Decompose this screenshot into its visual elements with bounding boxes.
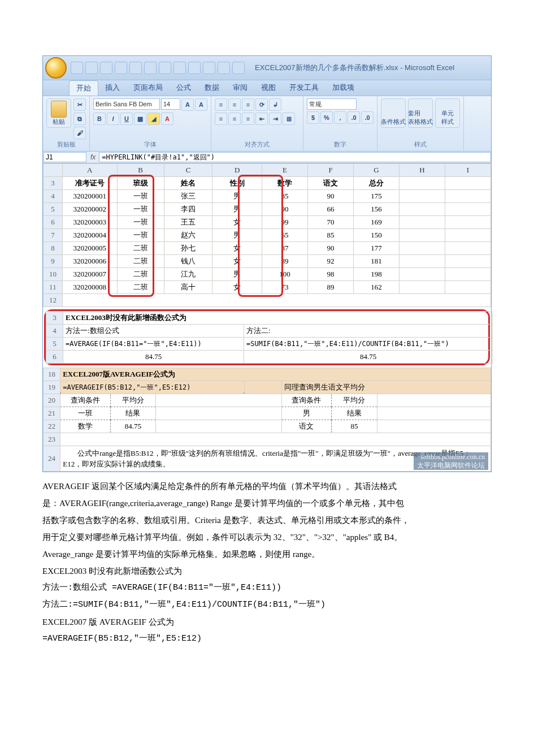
cell[interactable]: 班级 xyxy=(117,177,164,190)
cell[interactable]: =AVERAGE(IF(B4:B11="一班",E4:E11)) xyxy=(63,338,244,351)
cell[interactable]: 二班 xyxy=(117,281,164,294)
cell[interactable]: 语文 xyxy=(308,177,354,190)
cell[interactable] xyxy=(445,229,491,242)
cell[interactable] xyxy=(445,268,491,281)
tab-formulas[interactable]: 公式 xyxy=(170,80,198,96)
cell[interactable]: 90 xyxy=(308,190,354,203)
cell[interactable] xyxy=(400,268,445,281)
format-painter-icon[interactable]: 🖌 xyxy=(73,127,86,139)
cell[interactable]: 162 xyxy=(354,281,400,294)
cell[interactable]: 查询条件 xyxy=(281,394,332,407)
fx-icon[interactable]: fx xyxy=(87,153,99,161)
cell[interactable]: 方法一:数组公式 xyxy=(63,325,244,338)
cell[interactable]: 150 xyxy=(354,229,400,242)
cell[interactable]: 156 xyxy=(354,203,400,216)
qat-btn-icon[interactable] xyxy=(203,62,215,74)
cell[interactable]: 89 xyxy=(262,255,308,268)
merge-cells-icon[interactable]: ⊞ xyxy=(283,113,295,125)
cell[interactable]: 175 xyxy=(354,190,400,203)
col-header[interactable]: G xyxy=(354,164,400,177)
cell[interactable]: 总分 xyxy=(354,177,400,190)
qat-btn-icon[interactable] xyxy=(159,62,171,74)
col-header[interactable]: C xyxy=(164,164,212,177)
cut-icon[interactable]: ✂ xyxy=(73,98,86,111)
cell[interactable]: 男 xyxy=(281,407,332,420)
cell[interactable]: 赵六 xyxy=(164,229,212,242)
worksheet[interactable]: A B C D E F G H I 3 准考证号 班级 姓名 性别 数学 语文 … xyxy=(43,163,491,472)
cell[interactable]: 平均分 xyxy=(332,394,377,407)
cell[interactable]: 320200004 xyxy=(62,229,117,242)
border-icon[interactable]: ▦ xyxy=(134,113,146,125)
bold-button[interactable]: B xyxy=(93,113,106,125)
cell[interactable]: 男 xyxy=(212,190,262,203)
row-header[interactable]: 8 xyxy=(44,242,63,255)
orientation-icon[interactable]: ⟳ xyxy=(255,98,268,111)
tab-developer[interactable]: 开发工具 xyxy=(283,80,325,96)
row-header[interactable]: 24 xyxy=(44,446,60,472)
qat-save-icon[interactable] xyxy=(71,62,83,74)
number-format-input[interactable] xyxy=(307,98,357,110)
cell[interactable] xyxy=(445,177,491,190)
qat-redo-icon[interactable] xyxy=(100,62,112,74)
row-header[interactable]: 3 xyxy=(44,177,63,190)
row-header[interactable]: 10 xyxy=(44,268,63,281)
row-header[interactable]: 6 xyxy=(46,351,63,364)
cell[interactable]: 一班 xyxy=(117,203,164,216)
cell[interactable]: 结果 xyxy=(110,407,156,420)
cell[interactable]: 方法二: xyxy=(244,325,493,338)
cell[interactable] xyxy=(400,203,445,216)
cell[interactable]: 一班 xyxy=(60,407,111,420)
cell-styles-button[interactable]: 单元 样式 xyxy=(435,98,460,128)
align-left-icon[interactable]: ≡ xyxy=(215,113,227,125)
col-header[interactable]: B xyxy=(117,164,164,177)
cell[interactable]: 320200008 xyxy=(62,281,117,294)
row-header[interactable]: 9 xyxy=(44,255,63,268)
cell[interactable]: 数学 xyxy=(60,420,111,433)
font-color-icon[interactable]: A xyxy=(161,113,173,125)
inc-decimal-icon[interactable]: .0 xyxy=(348,111,360,124)
cell[interactable] xyxy=(445,281,491,294)
col-header[interactable]: A xyxy=(62,164,117,177)
tab-view[interactable]: 视图 xyxy=(254,80,283,96)
paste-button[interactable]: 粘贴 xyxy=(46,98,71,128)
comma-icon[interactable]: , xyxy=(334,111,346,124)
cell[interactable]: 320200001 xyxy=(62,190,117,203)
cell[interactable]: 张三 xyxy=(164,190,212,203)
cell[interactable]: 320200005 xyxy=(62,242,117,255)
cell[interactable]: 男 xyxy=(212,268,262,281)
cell[interactable] xyxy=(400,216,445,229)
qat-btn-icon[interactable] xyxy=(173,62,186,74)
cell[interactable]: 198 xyxy=(354,268,400,281)
cell[interactable]: 男 xyxy=(212,203,262,216)
cell[interactable]: 语文 xyxy=(281,420,332,433)
currency-icon[interactable]: $ xyxy=(307,111,319,124)
cell[interactable]: 一班 xyxy=(117,216,164,229)
cell[interactable]: 87 xyxy=(262,242,308,255)
cell[interactable]: 85 xyxy=(332,420,377,433)
tab-insert[interactable]: 插入 xyxy=(98,80,127,96)
cell[interactable]: 320200002 xyxy=(62,203,117,216)
qat-btn-icon[interactable] xyxy=(115,62,127,74)
percent-icon[interactable]: % xyxy=(320,111,333,124)
cell[interactable]: 92 xyxy=(308,255,354,268)
cell[interactable] xyxy=(62,294,490,307)
row-header[interactable]: 12 xyxy=(44,294,63,307)
tab-addins[interactable]: 加载项 xyxy=(325,80,361,96)
spreadsheet-grid[interactable]: A B C D E F G H I 3 准考证号 班级 姓名 性别 数学 语文 … xyxy=(43,163,491,307)
cond-format-button[interactable]: 条件格式 xyxy=(381,98,406,128)
row-header[interactable]: 11 xyxy=(44,281,63,294)
cell[interactable]: 169 xyxy=(354,216,400,229)
cell[interactable]: 同理查询男生语文平均分 xyxy=(281,381,490,394)
cell[interactable]: 100 xyxy=(262,268,308,281)
row-header[interactable]: 4 xyxy=(44,190,63,203)
row-header[interactable]: 19 xyxy=(44,381,60,394)
cell[interactable]: 320200003 xyxy=(62,216,117,229)
cell[interactable]: 姓名 xyxy=(164,177,212,190)
cell[interactable] xyxy=(445,242,491,255)
qat-btn-icon[interactable] xyxy=(188,62,201,74)
cell[interactable]: 90 xyxy=(262,203,308,216)
cell[interactable]: 89 xyxy=(308,281,354,294)
cell[interactable]: 177 xyxy=(354,242,400,255)
cell[interactable] xyxy=(377,394,490,407)
section-title[interactable]: EXCEL2003时没有此新增函数公式为 xyxy=(63,312,493,325)
